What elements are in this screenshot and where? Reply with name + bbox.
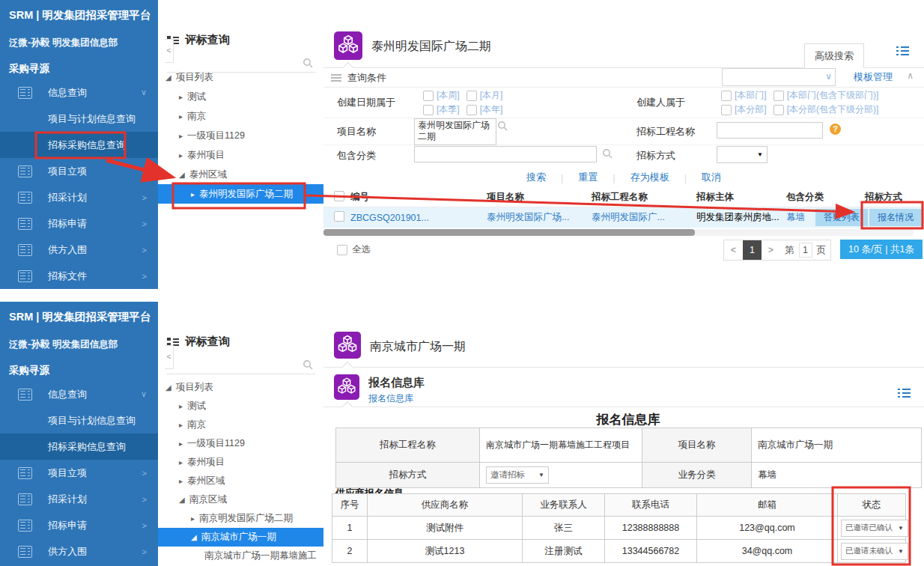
tree-item-test[interactable]: ▸测试 <box>158 87 323 106</box>
this-year-checkbox[interactable] <box>466 105 477 115</box>
template-manage-link[interactable]: 模板管理 <box>854 70 893 84</box>
cancel-button[interactable]: 取消 <box>702 171 721 184</box>
this-year-option[interactable]: [本年] <box>480 103 503 116</box>
tree-collapsed-icon[interactable]: ▸ <box>179 402 183 410</box>
panel-collapse-handle[interactable]: < <box>165 39 174 63</box>
header-category[interactable]: 包含分类 <box>786 191 865 204</box>
tree-expanded-icon[interactable]: ◢ <box>191 533 197 541</box>
registration-status-button[interactable]: 报名情况 <box>869 209 922 226</box>
search-icon[interactable] <box>602 148 613 159</box>
own-branch-checkbox[interactable] <box>721 105 732 115</box>
horizontal-scrollbar[interactable] <box>323 229 914 236</box>
advanced-search-tab[interactable]: 高级搜索 <box>804 43 864 68</box>
sidebar-item-bid-procurement-info-query[interactable]: 招标采购信息查询 <box>0 132 158 158</box>
tree-collapsed-icon[interactable]: ▸ <box>179 458 183 466</box>
sidebar-item-supplier-shortlist[interactable]: 供方入围 > <box>0 237 158 263</box>
tree-item-nanjing-region[interactable]: ◢南京区域 <box>158 490 323 509</box>
own-dept-sub-option[interactable]: [本部门(包含下级部门)] <box>787 89 879 102</box>
header-bid-entity[interactable]: 招标主体 <box>696 191 786 204</box>
tree-expanded-icon[interactable]: ◢ <box>179 496 185 504</box>
search-button[interactable]: 搜索 <box>526 171 546 184</box>
select-all-checkbox[interactable] <box>337 245 347 255</box>
sidebar-item-info-query[interactable]: 信息查询 ∨ <box>0 381 158 407</box>
list-view-icon[interactable] <box>896 46 909 55</box>
tree-item-nanjing[interactable]: ▸南京 <box>158 106 323 126</box>
this-week-option[interactable]: [本周] <box>437 89 460 102</box>
tree-collapsed-icon[interactable]: ▸ <box>179 93 183 101</box>
bid-method-select[interactable]: 邀请招标▼ <box>486 466 549 484</box>
template-select[interactable]: ∨ <box>722 68 836 86</box>
tree-collapsed-icon[interactable]: ▸ <box>179 477 183 485</box>
tree-collapsed-icon[interactable]: ▸ <box>179 112 183 121</box>
row-checkbox[interactable] <box>334 211 344 222</box>
search-icon[interactable] <box>497 121 508 131</box>
row-bid-project-link[interactable]: 泰州明发国际广... <box>592 212 665 222</box>
tree-collapsed-icon[interactable]: ▸ <box>179 151 183 159</box>
sidebar-item-supplier-shortlist[interactable]: 供方入围 > <box>0 538 158 565</box>
own-dept-sub-checkbox[interactable] <box>773 91 784 101</box>
qa-list-button[interactable]: 答疑列表 <box>815 209 868 226</box>
status-select[interactable]: 已邀请已确认▼ <box>841 520 908 537</box>
this-week-checkbox[interactable] <box>423 91 434 101</box>
current-page-button[interactable]: 1 <box>743 240 762 260</box>
tree-collapsed-icon[interactable]: ▸ <box>191 190 195 198</box>
header-checkbox[interactable] <box>334 191 344 201</box>
save-as-template-button[interactable]: 存为模板 <box>630 171 669 184</box>
search-icon[interactable] <box>303 58 313 68</box>
this-quarter-checkbox[interactable] <box>423 105 434 115</box>
tree-item-nanjing[interactable]: ▸南京 <box>158 416 323 434</box>
sidebar-item-info-query[interactable]: 信息查询 ∨ <box>0 79 158 106</box>
tree-collapsed-icon[interactable]: ▸ <box>179 421 183 429</box>
row-project-link[interactable]: 泰州明发国际广场... <box>487 212 569 222</box>
bid-method-select[interactable]: ▼ <box>717 146 768 163</box>
this-month-checkbox[interactable] <box>466 91 477 101</box>
this-month-option[interactable]: [本月] <box>480 89 503 102</box>
tree-item-taizhou-region[interactable]: ◢泰州区域 <box>158 165 323 184</box>
sidebar-item-project-initiation[interactable]: 项目立项 > <box>0 158 158 184</box>
tree-expanded-icon[interactable]: ◢ <box>165 73 171 82</box>
sidebar-item-project-plan-info-query[interactable]: 项目与计划信息查询 <box>0 106 158 132</box>
project-name-input[interactable]: 泰州明发国际广场二期 <box>414 118 496 145</box>
tree-collapsed-icon[interactable]: ▸ <box>191 514 195 523</box>
page-jump-input[interactable]: 1 <box>799 243 812 258</box>
header-bid-method[interactable]: 招标方式 <box>865 191 924 204</box>
own-dept-option[interactable]: [本部门] <box>735 89 767 102</box>
tree-item-level1-project-1129[interactable]: ▸一级项目1129 <box>158 126 323 145</box>
table-row[interactable]: ZBCGSQ201901... 泰州明发国际广场... 泰州明发国际广... 明… <box>323 207 924 228</box>
own-dept-checkbox[interactable] <box>721 91 732 101</box>
sidebar-item-bid-application[interactable]: 招标申请 > <box>0 210 158 237</box>
next-page-button[interactable]: > <box>762 245 780 255</box>
sidebar-item-procurement-plan[interactable]: 招采计划 > <box>0 184 158 210</box>
tree-item-nanjing-city-plaza-phase1[interactable]: ◢南京城市广场一期 <box>158 528 323 547</box>
page-size-info[interactable]: 10 条/页 | 共1条 <box>840 240 923 259</box>
this-quarter-option[interactable]: [本季] <box>437 103 460 116</box>
own-branch-sub-checkbox[interactable] <box>773 105 784 115</box>
sidebar-item-project-plan-info-query[interactable]: 项目与计划信息查询 <box>0 407 158 433</box>
own-branch-sub-option[interactable]: [本分部(包含下级分部)] <box>787 103 879 116</box>
row-category-link[interactable]: 幕墙 <box>786 212 805 222</box>
status-select[interactable]: 已邀请未确认▼ <box>841 543 908 560</box>
header-bid-project-name[interactable]: 招标工程名称 <box>592 191 696 204</box>
tree-expanded-icon[interactable]: ◢ <box>165 383 171 392</box>
sidebar-item-project-initiation[interactable]: 项目立项 > <box>0 460 158 486</box>
section-tab-link[interactable]: 报名信息库 <box>368 392 413 405</box>
category-input[interactable] <box>414 146 597 162</box>
row-code-link[interactable]: ZBCGSQ201901... <box>350 213 429 223</box>
tree-item-taizhou-region[interactable]: ▸泰州区域 <box>158 472 323 490</box>
tree-expanded-icon[interactable]: ◢ <box>179 171 185 179</box>
tree-item-nanjing-city-plaza-phase1-curtain-wall[interactable]: 南京城市广场一期幕墙施工 <box>158 547 323 565</box>
tree-search-input[interactable] <box>167 356 316 374</box>
help-icon[interactable]: ? <box>830 124 841 135</box>
list-view-icon[interactable] <box>898 389 911 398</box>
sidebar-item-procurement-plan[interactable]: 招采计划 > <box>0 486 158 512</box>
tree-item-taizhou-project[interactable]: ▸泰州项目 <box>158 145 323 165</box>
tree-item-project-list[interactable]: ◢项目列表 <box>158 67 323 87</box>
collapse-up-icon[interactable]: ∧ <box>907 70 914 81</box>
tree-item-nanjing-mingfa-plaza-phase2[interactable]: ▸南京明发国际广场二期 <box>158 509 323 528</box>
tree-item-level1-project-1129[interactable]: ▸一级项目1129 <box>158 434 323 453</box>
tree-collapsed-icon[interactable]: ▸ <box>179 439 183 448</box>
tree-collapsed-icon[interactable]: ▸ <box>179 132 183 140</box>
tree-item-project-list[interactable]: ◢项目列表 <box>158 378 323 397</box>
own-branch-option[interactable]: [本分部] <box>735 103 767 116</box>
sidebar-item-bid-documents[interactable]: 招标文件 > <box>0 263 158 289</box>
